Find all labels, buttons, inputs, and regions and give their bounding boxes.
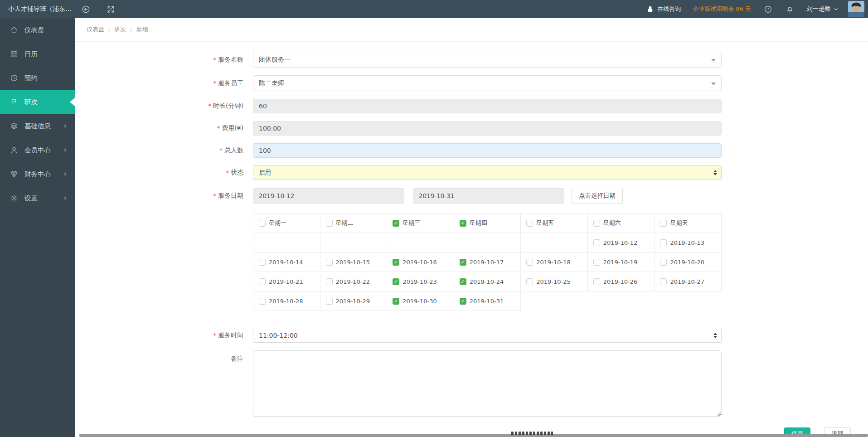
sidebar-item-member-center[interactable]: 会员中心 <box>0 138 75 162</box>
empty-cell <box>253 233 320 252</box>
weekday-label: 星期天 <box>670 219 688 227</box>
date-cell: 2019-10-29 <box>320 291 387 311</box>
service-staff-value: 陈二老师 <box>259 79 284 87</box>
date-checkbox[interactable]: ✓ <box>460 259 466 266</box>
fullscreen-icon[interactable] <box>106 4 116 14</box>
avatar[interactable] <box>848 1 864 17</box>
weekday-checkbox[interactable]: ✓ <box>393 220 399 227</box>
remark-textarea[interactable] <box>253 350 722 417</box>
required-marker: * <box>220 147 223 154</box>
date-checkbox[interactable] <box>259 298 266 305</box>
date-cell: 2019-10-18 <box>521 252 588 272</box>
fee-input[interactable] <box>253 121 722 136</box>
sidebar-item-appointments[interactable]: 预约 <box>0 66 75 90</box>
date-end-input[interactable] <box>413 188 564 204</box>
service-staff-select[interactable]: 陈二老师 <box>253 75 722 91</box>
date-checkbox[interactable] <box>326 278 333 285</box>
weekday-header-cell: 星期六 <box>587 214 655 233</box>
weekday-label: 星期四 <box>470 219 487 227</box>
duration-input[interactable] <box>253 99 722 113</box>
back-circle-icon[interactable] <box>81 4 91 14</box>
weekday-header-cell: 星期天 <box>655 214 722 233</box>
weekday-header-cell: 星期二 <box>320 214 387 233</box>
breadcrumb-item[interactable]: 班次 <box>114 25 126 34</box>
sidebar-item-settings[interactable]: 设置 <box>0 186 75 210</box>
date-cell: 2019-10-21 <box>253 272 320 291</box>
weekday-label: 星期三 <box>402 219 420 227</box>
date-start-input[interactable] <box>253 188 404 204</box>
date-cell: 2019-10-26 <box>587 272 655 291</box>
date-checkbox[interactable] <box>526 278 533 285</box>
weekday-checkbox[interactable] <box>593 220 600 227</box>
sidebar-item-calendar[interactable]: 日历 <box>0 42 75 66</box>
bell-icon[interactable] <box>785 4 795 14</box>
date-checkbox[interactable] <box>526 259 533 266</box>
pick-date-button[interactable]: 点击选择日期 <box>572 188 623 204</box>
service-name-select[interactable]: 团体服务一 <box>253 52 722 68</box>
weekday-checkbox[interactable] <box>259 220 266 227</box>
sidebar-item-basic-info[interactable]: 基础信息 <box>0 114 75 138</box>
sidebar-item-dashboard[interactable]: 仪表盘 <box>0 18 75 42</box>
gem-icon <box>10 170 18 178</box>
online-consult-label: 在线咨询 <box>657 5 681 13</box>
date-cell: ✓2019-10-17 <box>454 252 521 272</box>
breadcrumb-separator: / <box>130 26 132 33</box>
breadcrumb-item[interactable]: 仪表盘 <box>87 25 104 34</box>
breadcrumb-item: 新增 <box>136 25 148 34</box>
date-checkbox[interactable]: ✓ <box>393 259 399 266</box>
weekday-checkbox[interactable] <box>326 220 333 227</box>
date-checkbox[interactable]: ✓ <box>393 278 399 285</box>
date-checkbox[interactable] <box>259 259 266 266</box>
date-checkbox[interactable] <box>660 239 667 246</box>
sidebar-item-classes[interactable]: 班次 <box>0 90 75 114</box>
date-cell: 2019-10-28 <box>253 291 320 311</box>
date-cell: 2019-10-22 <box>320 272 387 291</box>
service-time-select[interactable]: 11:00-12:00 <box>253 328 722 343</box>
date-checkbox[interactable] <box>326 298 333 305</box>
date-checkbox[interactable] <box>593 259 600 266</box>
weekday-checkbox[interactable]: ✓ <box>460 220 466 227</box>
user-menu[interactable]: 刘一老师 <box>806 5 839 13</box>
online-consult-button[interactable]: 在线咨询 <box>646 5 681 13</box>
total-people-input[interactable] <box>253 143 722 158</box>
status-select[interactable]: 启用 <box>253 165 722 180</box>
weekday-header-cell: 星期五 <box>521 214 588 233</box>
app-title: 小天才辅导班（浦东... <box>0 5 75 13</box>
date-checkbox[interactable]: ✓ <box>393 298 399 305</box>
caret-down-icon <box>711 83 716 85</box>
chevron-left-icon <box>63 123 68 129</box>
help-icon[interactable]: ? <box>763 4 773 14</box>
date-label: 2019-10-28 <box>269 298 303 305</box>
date-label: 2019-10-17 <box>470 259 504 266</box>
fee-label: *费用(¥) <box>75 124 243 132</box>
date-checkbox[interactable]: ✓ <box>460 278 466 285</box>
duration-label: *时长(分钟) <box>75 102 243 110</box>
clipped-footer-text <box>511 432 553 435</box>
required-marker: * <box>213 192 217 199</box>
date-checkbox[interactable]: ✓ <box>460 298 466 305</box>
date-cell: ✓2019-10-23 <box>387 272 454 291</box>
date-checkbox[interactable] <box>593 278 600 285</box>
date-checkbox[interactable] <box>593 239 600 246</box>
required-marker: * <box>213 56 217 63</box>
date-checkbox[interactable] <box>660 278 667 285</box>
date-label: 2019-10-19 <box>603 259 638 266</box>
service-name-value: 团体服务一 <box>259 56 291 64</box>
sidebar-item-finance-center[interactable]: 财务中心 <box>0 162 75 186</box>
horizontal-scrollbar[interactable] <box>79 434 868 437</box>
week-date-table: 星期一星期二✓星期三✓星期四星期五星期六星期天 2019-10-122019-1… <box>253 213 722 311</box>
required-marker: * <box>213 80 217 87</box>
penguin-icon <box>646 5 654 13</box>
home-icon <box>10 26 18 34</box>
date-cell: 2019-10-12 <box>587 233 655 252</box>
user-name: 刘一老师 <box>806 5 831 13</box>
date-checkbox[interactable] <box>259 278 266 285</box>
date-label: 2019-10-13 <box>670 239 704 246</box>
trial-notice: 企业版试用剩余 86 天 <box>693 5 751 13</box>
weekday-checkbox[interactable] <box>660 220 667 227</box>
sidebar-item-label: 班次 <box>24 98 38 107</box>
date-checkbox[interactable] <box>326 259 333 266</box>
service-staff-label: *服务员工 <box>75 79 243 87</box>
weekday-checkbox[interactable] <box>526 220 533 227</box>
date-checkbox[interactable] <box>660 259 667 266</box>
